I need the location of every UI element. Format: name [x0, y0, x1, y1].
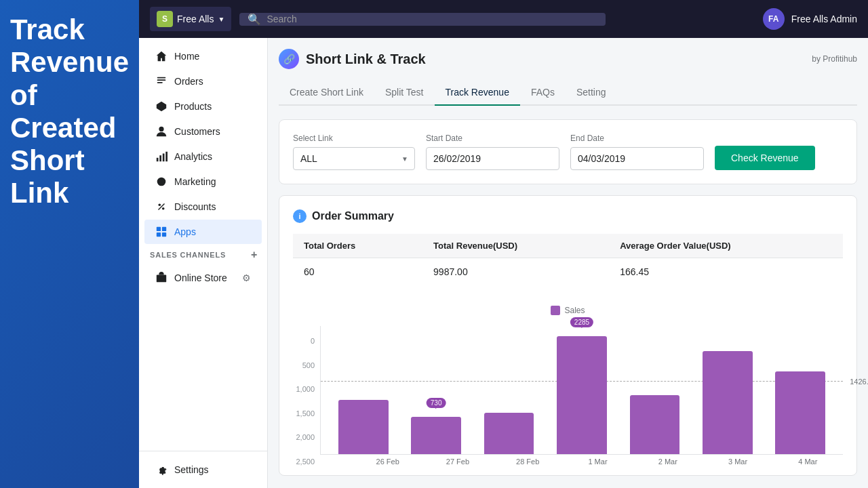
select-link-label: Select Link [293, 134, 415, 143]
svg-rect-0 [157, 77, 166, 79]
filter-group-end: End Date [570, 134, 704, 170]
sidebar-item-analytics[interactable]: Analytics [144, 144, 262, 169]
app-title-row: 🔗 Short Link & Track [279, 49, 426, 69]
main-container: S Free Alls ▼ 🔍 FA Free Alls Admin Home [139, 0, 868, 488]
sidebar-nav: Home Orders Products Customers Analytics [139, 38, 267, 451]
sidebar-label-online-store: Online Store [174, 272, 227, 283]
search-input[interactable] [267, 14, 597, 24]
bar [703, 351, 753, 454]
tab-track-revenue[interactable]: Track Revenue [435, 80, 520, 106]
topbar: S Free Alls ▼ 🔍 FA Free Alls Admin [139, 0, 868, 38]
filter-card: Select Link ALL Start Date End Date [279, 119, 857, 184]
bar-tooltip: 2285 [570, 317, 593, 327]
sidebar-label-apps: Apps [174, 226, 196, 237]
home-icon [155, 50, 167, 62]
x-labels: 26 Feb27 Feb28 Feb1 Mar2 Mar3 Mar4 Mar [320, 455, 843, 466]
store-selector[interactable]: S Free Alls ▼ [150, 7, 231, 31]
sidebar-item-marketing[interactable]: Marketing [144, 169, 262, 194]
sidebar-item-home[interactable]: Home [144, 44, 262, 68]
legend-label: Sales [564, 306, 585, 315]
svg-rect-13 [162, 227, 166, 231]
chart-area: Sales 2,500 2,000 1,500 1,000 500 0 [293, 299, 843, 462]
tab-faqs[interactable]: FAQs [520, 80, 566, 106]
x-label: 1 Mar [563, 455, 633, 466]
svg-point-10 [162, 207, 165, 210]
bar-group [619, 395, 690, 454]
sidebar-footer: Settings [139, 451, 267, 488]
svg-point-4 [159, 127, 163, 131]
bar-group: 2285 [546, 336, 617, 454]
search-icon: 🔍 [248, 13, 261, 26]
main-content: 🔗 Short Link & Track by Profitihub Creat… [268, 38, 868, 488]
sidebar-label-marketing: Marketing [174, 176, 216, 187]
bar: 2285 [557, 336, 607, 454]
chart-bars-area: 1426.717302285 26 Feb27 Feb28 Feb1 Mar2 … [320, 326, 843, 466]
end-date-input[interactable] [570, 147, 704, 170]
sidebar-item-products[interactable]: Products [144, 94, 262, 119]
orders-icon [155, 75, 167, 87]
chart-y-axis: 2,500 2,000 1,500 1,000 500 0 [293, 337, 320, 466]
check-revenue-button[interactable]: Check Revenue [715, 146, 815, 170]
marketing-icon [155, 176, 167, 188]
left-panel-text: TrackRevenueofCreatedShortLink [10, 14, 129, 210]
tab-create-short-link[interactable]: Create Short Link [279, 80, 374, 106]
svg-marker-3 [157, 102, 166, 111]
sidebar-item-customers[interactable]: Customers [144, 119, 262, 144]
svg-rect-16 [157, 275, 166, 283]
sales-channels-header: SALES CHANNELS + [139, 245, 267, 265]
y-label-0: 0 [293, 337, 315, 345]
sidebar-item-settings[interactable]: Settings [144, 458, 262, 482]
sidebar-item-apps[interactable]: Apps [144, 220, 262, 244]
svg-rect-5 [157, 158, 159, 161]
col-total-revenue: Total Revenue(USD) [422, 234, 609, 258]
by-label: by Profitihub [812, 54, 857, 64]
sidebar-label-analytics: Analytics [174, 151, 212, 162]
svg-rect-8 [165, 152, 167, 161]
tab-split-test[interactable]: Split Test [374, 80, 435, 106]
y-label-2: 1,000 [293, 385, 315, 393]
svg-rect-12 [157, 227, 161, 231]
end-date-label: End Date [570, 134, 704, 143]
y-label-4: 2,000 [293, 433, 315, 441]
svg-rect-14 [157, 232, 161, 237]
x-label: 3 Mar [703, 455, 772, 466]
summary-card: i Order Summary Total Orders Total Reven… [279, 195, 857, 476]
bar-group: 730 [400, 417, 471, 454]
sidebar-item-discounts[interactable]: Discounts [144, 195, 262, 219]
table-header-row: Total Orders Total Revenue(USD) Average … [293, 234, 843, 258]
sidebar-label-customers: Customers [174, 126, 220, 137]
svg-rect-2 [157, 82, 163, 83]
online-store-settings-icon[interactable]: ⚙ [242, 272, 251, 283]
analytics-icon [155, 150, 167, 163]
bar [630, 395, 680, 454]
chart-container: 2,500 2,000 1,500 1,000 500 0 1426.71730… [293, 323, 843, 466]
sidebar-item-orders[interactable]: Orders [144, 69, 262, 94]
add-channel-icon[interactable]: + [247, 247, 262, 262]
summary-header: i Order Summary [293, 209, 843, 223]
avatar: FA [763, 8, 785, 30]
sidebar: Home Orders Products Customers Analytics [139, 38, 268, 488]
user-name: Free Alls Admin [791, 14, 857, 24]
sidebar-label-orders: Orders [174, 76, 203, 87]
x-label: 2 Mar [633, 455, 703, 466]
store-name: Free Alls [177, 14, 214, 24]
bar [484, 413, 534, 454]
sidebar-label-discounts: Discounts [174, 201, 216, 212]
select-link-wrapper: ALL [293, 147, 415, 170]
apps-icon [155, 226, 167, 238]
bar [775, 371, 825, 454]
select-link[interactable]: ALL [293, 147, 415, 170]
topbar-right: FA Free Alls Admin [763, 8, 857, 30]
start-date-input[interactable] [426, 147, 559, 170]
sidebar-item-online-store[interactable]: Online Store ⚙ [144, 266, 262, 290]
svg-rect-7 [163, 154, 165, 162]
val-total-orders: 60 [293, 258, 422, 286]
table-row: 60 9987.00 166.45 [293, 258, 843, 286]
x-label: 28 Feb [493, 455, 563, 466]
bar-group [473, 413, 545, 454]
y-label-1: 500 [293, 361, 315, 369]
y-label-5: 2,500 [293, 458, 315, 466]
sidebar-label-products: Products [174, 101, 212, 112]
search-bar: 🔍 [239, 13, 606, 26]
tab-setting[interactable]: Setting [566, 80, 617, 106]
